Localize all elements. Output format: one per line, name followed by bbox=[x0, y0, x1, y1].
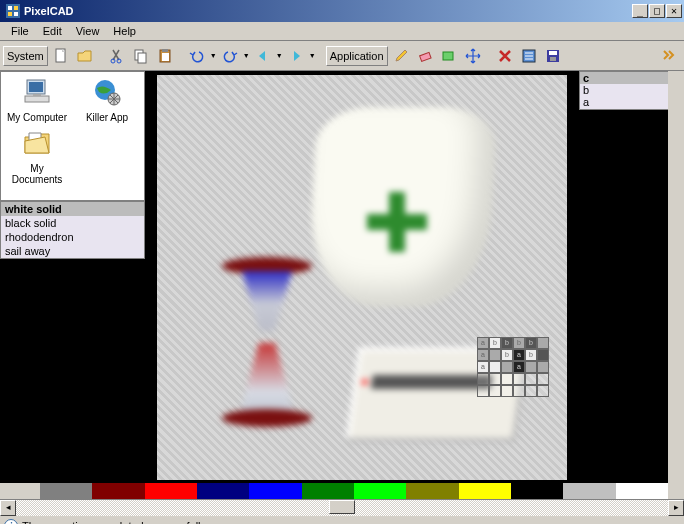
scroll-track[interactable] bbox=[16, 500, 668, 516]
menubar: File Edit View Help bbox=[0, 22, 684, 41]
desktop-item-label: Killer App bbox=[75, 112, 139, 123]
svg-rect-1 bbox=[8, 6, 12, 10]
svg-rect-3 bbox=[8, 12, 12, 16]
eraser-button[interactable] bbox=[414, 45, 436, 67]
palette-swatch[interactable] bbox=[511, 483, 563, 499]
separator bbox=[98, 45, 104, 67]
move-button[interactable] bbox=[462, 45, 484, 67]
toolbar-overflow-button[interactable] bbox=[659, 45, 681, 67]
menu-edit[interactable]: Edit bbox=[36, 23, 69, 39]
svg-rect-12 bbox=[162, 49, 168, 52]
palette-swatch[interactable] bbox=[354, 483, 406, 499]
statusbar: i The operation completed successfully. bbox=[0, 515, 684, 524]
desktop-item-label: My Computer bbox=[5, 112, 69, 123]
system-dropdown[interactable]: System bbox=[3, 46, 48, 66]
svg-rect-17 bbox=[549, 51, 557, 55]
cut-button[interactable] bbox=[106, 45, 128, 67]
desktop-item-label: My Documents bbox=[5, 163, 69, 185]
desktop-item-my-computer[interactable]: My Computer bbox=[5, 76, 69, 123]
pencil-button[interactable] bbox=[390, 45, 412, 67]
application-dropdown[interactable]: Application bbox=[326, 46, 388, 66]
separator bbox=[486, 45, 492, 67]
canvas-area[interactable]: abbbb abab aa bbox=[145, 71, 579, 483]
delete-button[interactable] bbox=[494, 45, 516, 67]
svg-rect-13 bbox=[419, 52, 430, 61]
canvas-background bbox=[157, 75, 567, 480]
open-button[interactable] bbox=[74, 45, 96, 67]
scroll-left-button[interactable]: ◂ bbox=[0, 500, 16, 516]
pixel-grid-overlay[interactable]: abbbb abab aa bbox=[477, 337, 549, 397]
app-icon bbox=[5, 3, 21, 19]
desktop-panel: My Computer Killer App My Documents bbox=[0, 71, 145, 201]
status-message: The operation completed successfully. bbox=[22, 520, 208, 525]
color-palette bbox=[40, 483, 668, 499]
redo-dropdown-icon[interactable]: ▼ bbox=[243, 52, 250, 59]
svg-rect-2 bbox=[14, 6, 18, 10]
back-dropdown-icon[interactable]: ▼ bbox=[276, 52, 283, 59]
vertical-scrollbar[interactable] bbox=[668, 71, 684, 483]
toolbar: System ▼ ▼ ▼ ▼ Application bbox=[0, 41, 684, 71]
svg-rect-18 bbox=[550, 57, 556, 61]
scroll-thumb[interactable] bbox=[329, 500, 355, 514]
palette-swatch[interactable] bbox=[616, 483, 668, 499]
palette-swatch[interactable] bbox=[563, 483, 615, 499]
svg-rect-20 bbox=[29, 82, 43, 92]
earth-gear-icon bbox=[91, 76, 123, 108]
menu-view[interactable]: View bbox=[69, 23, 107, 39]
separator bbox=[318, 45, 324, 67]
palette-swatch[interactable] bbox=[92, 483, 144, 499]
mini-row-label: a bbox=[583, 96, 589, 109]
redo-button[interactable] bbox=[219, 45, 241, 67]
palette-swatch[interactable] bbox=[249, 483, 301, 499]
left-column: My Computer Killer App My Documents whit… bbox=[0, 71, 145, 483]
svg-rect-22 bbox=[33, 94, 41, 96]
scroll-right-button[interactable]: ▸ bbox=[668, 500, 684, 516]
undo-dropdown-icon[interactable]: ▼ bbox=[210, 52, 217, 59]
svg-rect-21 bbox=[25, 96, 49, 102]
svg-rect-14 bbox=[443, 52, 453, 60]
copy-button[interactable] bbox=[130, 45, 152, 67]
main-area: My Computer Killer App My Documents whit… bbox=[0, 71, 684, 483]
layer-row[interactable]: sail away bbox=[1, 244, 144, 258]
layer-row[interactable]: black solid bbox=[1, 216, 144, 230]
minimize-button[interactable]: _ bbox=[632, 4, 648, 18]
horizontal-scrollbar[interactable]: ◂ ▸ bbox=[0, 499, 684, 515]
palette-swatch[interactable] bbox=[145, 483, 197, 499]
paste-button[interactable] bbox=[154, 45, 176, 67]
mini-row-label: b bbox=[583, 84, 589, 96]
app-title: PixelCAD bbox=[24, 5, 632, 17]
folder-docs-icon bbox=[21, 127, 53, 159]
properties-button[interactable] bbox=[518, 45, 540, 67]
forward-button[interactable] bbox=[285, 45, 307, 67]
layer-row[interactable]: white solid bbox=[1, 202, 144, 216]
artwork-preview bbox=[202, 107, 522, 447]
menu-file[interactable]: File bbox=[4, 23, 36, 39]
palette-swatch[interactable] bbox=[406, 483, 458, 499]
save-button[interactable] bbox=[542, 45, 564, 67]
svg-rect-4 bbox=[14, 12, 18, 16]
shape-button[interactable] bbox=[438, 45, 460, 67]
separator bbox=[178, 45, 184, 67]
palette-swatch[interactable] bbox=[197, 483, 249, 499]
system-dropdown-label: System bbox=[7, 50, 44, 62]
menu-help[interactable]: Help bbox=[106, 23, 143, 39]
new-button[interactable] bbox=[50, 45, 72, 67]
maximize-button[interactable]: □ bbox=[649, 4, 665, 18]
desktop-item-my-documents[interactable]: My Documents bbox=[5, 127, 69, 185]
palette-swatch[interactable] bbox=[459, 483, 511, 499]
application-dropdown-label: Application bbox=[330, 50, 384, 62]
layer-list: white solid black solid rhododendron sai… bbox=[0, 201, 145, 259]
info-icon: i bbox=[4, 519, 18, 525]
close-button[interactable]: ✕ bbox=[666, 4, 682, 18]
forward-dropdown-icon[interactable]: ▼ bbox=[309, 52, 316, 59]
layer-row[interactable]: rhododendron bbox=[1, 230, 144, 244]
palette-swatch[interactable] bbox=[302, 483, 354, 499]
computer-icon bbox=[21, 76, 53, 108]
mini-row-label: c bbox=[583, 72, 589, 84]
back-button[interactable] bbox=[252, 45, 274, 67]
palette-swatch[interactable] bbox=[40, 483, 92, 499]
desktop-item-killer-app[interactable]: Killer App bbox=[75, 76, 139, 123]
svg-rect-11 bbox=[162, 53, 169, 61]
undo-button[interactable] bbox=[186, 45, 208, 67]
svg-rect-9 bbox=[138, 53, 146, 63]
